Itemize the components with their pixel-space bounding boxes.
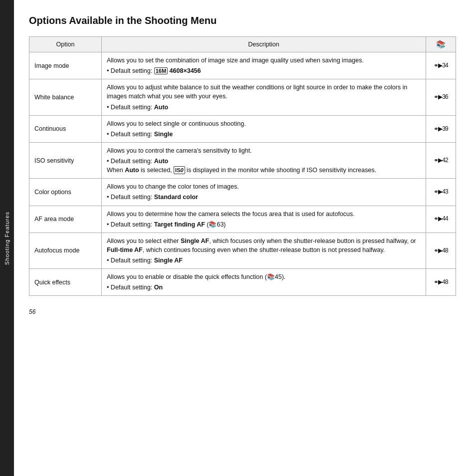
bullet-item: Default setting: On	[107, 283, 421, 292]
bullet-item: Default setting: 16M 4608×3456	[107, 66, 421, 75]
bullet-list: Default setting: 16M 4608×3456	[107, 66, 421, 75]
bullet-list: Default setting: Auto	[107, 103, 421, 112]
sidebar-label: Shooting Features	[4, 212, 10, 265]
cam-ref-icon: ⚭▶36	[434, 93, 448, 100]
bullet-list: Default setting: Standard color	[107, 193, 421, 202]
desc-text-book: Allows you to enable or disable the quic…	[107, 272, 421, 281]
option-cell: Image mode	[29, 52, 102, 79]
description-cell: Allows you to set the combination of ima…	[102, 52, 426, 79]
option-cell: ISO sensitivity	[29, 142, 102, 178]
page-number: 56	[29, 308, 456, 315]
ref-cell: ⚭▶34	[426, 52, 456, 79]
ref-cell: ⚭▶44	[426, 206, 456, 233]
description-cell: Allows you to select either Single AF, w…	[102, 233, 426, 268]
option-cell: AF area mode	[29, 206, 102, 233]
ref-cell: ⚭▶42	[426, 142, 456, 178]
description-cell: Allows you to adjust white balance to su…	[102, 79, 426, 115]
bullet-list: Default setting: Single AF	[107, 256, 421, 265]
desc-text-mixed: Allows you to select either Single AF, w…	[107, 237, 421, 254]
bullet-item: Default setting: Auto	[107, 103, 421, 112]
header-ref: 📚	[426, 37, 456, 52]
table-header-row: Option Description 📚	[29, 37, 456, 52]
bullet-list: Default setting: Auto	[107, 157, 421, 166]
cam-ref-icon: ⚭▶48	[434, 278, 448, 285]
desc-text: Allows you to select single or continuou…	[107, 119, 421, 128]
bullet-item: Default setting: Single AF	[107, 256, 421, 265]
book-icon: 📚	[436, 40, 446, 48]
desc-text: Allows you to determine how the camera s…	[107, 210, 421, 219]
description-cell: Allows you to select single or continuou…	[102, 115, 426, 142]
page-title: Options Available in the Shooting Menu	[29, 15, 456, 26]
ref-cell: ⚭▶43	[426, 179, 456, 206]
desc-text: Allows you to adjust white balance to su…	[107, 83, 421, 101]
cam-ref-icon: ⚭▶34	[434, 62, 448, 69]
table-row: Autofocus modeAllows you to select eithe…	[29, 233, 456, 268]
option-cell: Color options	[29, 179, 102, 206]
table-row: Quick effectsAllows you to enable or dis…	[29, 269, 456, 296]
description-cell: Allows you to change the color tones of …	[102, 179, 426, 206]
option-cell: White balance	[29, 79, 102, 115]
page-wrapper: Shooting Features Options Available in t…	[0, 0, 476, 476]
ref-cell: ⚭▶39	[426, 115, 456, 142]
bullet-item: Default setting: Standard color	[107, 193, 421, 202]
bullet-list: Default setting: Single	[107, 130, 421, 139]
cam-ref-icon: ⚭▶42	[434, 157, 448, 164]
desc-text: Allows you to control the camera's sensi…	[107, 146, 421, 155]
bullet-list: Default setting: On	[107, 283, 421, 292]
table-row: AF area modeAllows you to determine how …	[29, 206, 456, 233]
cam-ref-icon: ⚭▶44	[434, 215, 448, 222]
header-description: Description	[102, 37, 426, 52]
desc-text: Allows you to change the color tones of …	[107, 182, 421, 191]
table-row: Image modeAllows you to set the combinat…	[29, 52, 456, 79]
desc-text-iso: When Auto is selected, IS0 is displayed …	[107, 166, 421, 175]
bullet-item: Default setting: Target finding AF (📚63)	[107, 220, 421, 229]
main-content: Options Available in the Shooting Menu O…	[14, 0, 476, 476]
bullet-item: Default setting: Auto	[107, 157, 421, 166]
options-table: Option Description 📚 Image modeAllows yo…	[29, 36, 456, 296]
description-cell: Allows you to enable or disable the quic…	[102, 269, 426, 296]
option-cell: Quick effects	[29, 269, 102, 296]
bullet-list: Default setting: Target finding AF (📚63)	[107, 220, 421, 229]
ref-cell: ⚭▶48	[426, 269, 456, 296]
ref-cell: ⚭▶48	[426, 233, 456, 268]
cam-ref-icon: ⚭▶39	[434, 125, 448, 132]
table-row: White balanceAllows you to adjust white …	[29, 79, 456, 115]
cam-ref-icon: ⚭▶43	[434, 188, 448, 195]
option-cell: Continuous	[29, 115, 102, 142]
header-option: Option	[29, 37, 102, 52]
description-cell: Allows you to control the camera's sensi…	[102, 142, 426, 178]
option-cell: Autofocus mode	[29, 233, 102, 268]
table-row: Color optionsAllows you to change the co…	[29, 179, 456, 206]
cam-ref-icon: ⚭▶48	[434, 247, 448, 254]
description-cell: Allows you to determine how the camera s…	[102, 206, 426, 233]
sidebar: Shooting Features	[0, 0, 14, 476]
table-row: ContinuousAllows you to select single or…	[29, 115, 456, 142]
bullet-item: Default setting: Single	[107, 130, 421, 139]
ref-cell: ⚭▶36	[426, 79, 456, 115]
desc-text: Allows you to set the combination of ima…	[107, 56, 421, 65]
table-row: ISO sensitivityAllows you to control the…	[29, 142, 456, 178]
